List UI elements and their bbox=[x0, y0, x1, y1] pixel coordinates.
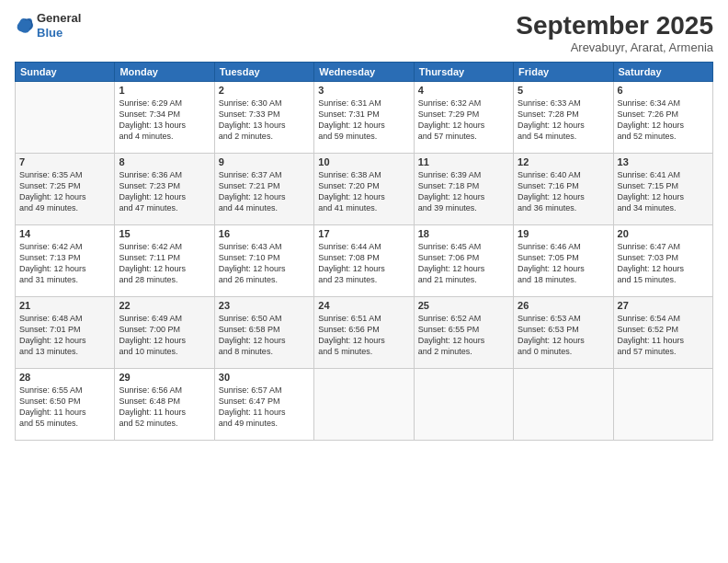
table-row: 8Sunrise: 6:36 AM Sunset: 7:23 PM Daylig… bbox=[115, 154, 214, 225]
table-row: 27Sunrise: 6:54 AM Sunset: 6:52 PM Dayli… bbox=[613, 297, 712, 369]
calendar-table: Sunday Monday Tuesday Wednesday Thursday… bbox=[15, 62, 713, 441]
day-info: Sunrise: 6:30 AM Sunset: 7:33 PM Dayligh… bbox=[219, 98, 310, 143]
day-info: Sunrise: 6:56 AM Sunset: 6:48 PM Dayligh… bbox=[119, 385, 210, 430]
table-row: 17Sunrise: 6:44 AM Sunset: 7:08 PM Dayli… bbox=[314, 225, 414, 297]
month-title: September 2025 bbox=[516, 11, 713, 40]
table-row bbox=[613, 369, 712, 441]
table-row: 10Sunrise: 6:38 AM Sunset: 7:20 PM Dayli… bbox=[314, 154, 414, 225]
day-info: Sunrise: 6:34 AM Sunset: 7:26 PM Dayligh… bbox=[618, 98, 709, 143]
table-row: 11Sunrise: 6:39 AM Sunset: 7:18 PM Dayli… bbox=[414, 154, 513, 225]
day-number: 19 bbox=[518, 228, 609, 239]
calendar-week-row: 28Sunrise: 6:55 AM Sunset: 6:50 PM Dayli… bbox=[16, 369, 713, 441]
day-info: Sunrise: 6:45 AM Sunset: 7:06 PM Dayligh… bbox=[418, 241, 509, 286]
header: General Blue September 2025 Arevabuyr, A… bbox=[15, 11, 713, 54]
day-info: Sunrise: 6:33 AM Sunset: 7:28 PM Dayligh… bbox=[518, 98, 609, 143]
day-number: 24 bbox=[318, 300, 409, 311]
day-number: 15 bbox=[119, 228, 210, 239]
table-row: 24Sunrise: 6:51 AM Sunset: 6:56 PM Dayli… bbox=[314, 297, 414, 369]
day-number: 22 bbox=[119, 300, 210, 311]
col-tuesday: Tuesday bbox=[214, 63, 313, 82]
table-row: 22Sunrise: 6:49 AM Sunset: 7:00 PM Dayli… bbox=[115, 297, 214, 369]
table-row: 9Sunrise: 6:37 AM Sunset: 7:21 PM Daylig… bbox=[214, 154, 313, 225]
day-info: Sunrise: 6:49 AM Sunset: 7:00 PM Dayligh… bbox=[119, 313, 210, 358]
day-info: Sunrise: 6:32 AM Sunset: 7:29 PM Dayligh… bbox=[418, 98, 509, 143]
day-number: 27 bbox=[618, 300, 709, 311]
day-info: Sunrise: 6:53 AM Sunset: 6:53 PM Dayligh… bbox=[518, 313, 609, 358]
table-row: 16Sunrise: 6:43 AM Sunset: 7:10 PM Dayli… bbox=[214, 225, 313, 297]
title-block: September 2025 Arevabuyr, Ararat, Armeni… bbox=[516, 11, 713, 54]
table-row bbox=[414, 369, 513, 441]
col-friday: Friday bbox=[514, 63, 613, 82]
day-number: 23 bbox=[219, 300, 310, 311]
day-info: Sunrise: 6:43 AM Sunset: 7:10 PM Dayligh… bbox=[219, 241, 310, 286]
logo-text: General Blue bbox=[37, 11, 81, 40]
calendar-week-row: 7Sunrise: 6:35 AM Sunset: 7:25 PM Daylig… bbox=[16, 154, 713, 225]
day-number: 29 bbox=[119, 372, 210, 383]
day-number: 16 bbox=[219, 228, 310, 239]
day-info: Sunrise: 6:37 AM Sunset: 7:21 PM Dayligh… bbox=[219, 169, 310, 214]
day-info: Sunrise: 6:35 AM Sunset: 7:25 PM Dayligh… bbox=[19, 169, 110, 214]
day-number: 17 bbox=[318, 228, 409, 239]
day-number: 25 bbox=[418, 300, 509, 311]
day-number: 14 bbox=[19, 228, 110, 239]
table-row: 7Sunrise: 6:35 AM Sunset: 7:25 PM Daylig… bbox=[16, 154, 115, 225]
col-thursday: Thursday bbox=[414, 63, 513, 82]
table-row: 2Sunrise: 6:30 AM Sunset: 7:33 PM Daylig… bbox=[214, 82, 313, 154]
day-info: Sunrise: 6:31 AM Sunset: 7:31 PM Dayligh… bbox=[318, 98, 409, 143]
day-info: Sunrise: 6:39 AM Sunset: 7:18 PM Dayligh… bbox=[418, 169, 509, 214]
col-sunday: Sunday bbox=[16, 63, 115, 82]
table-row: 15Sunrise: 6:42 AM Sunset: 7:11 PM Dayli… bbox=[115, 225, 214, 297]
table-row: 20Sunrise: 6:47 AM Sunset: 7:03 PM Dayli… bbox=[613, 225, 712, 297]
day-info: Sunrise: 6:51 AM Sunset: 6:56 PM Dayligh… bbox=[318, 313, 409, 358]
day-number: 11 bbox=[418, 156, 509, 167]
table-row: 14Sunrise: 6:42 AM Sunset: 7:13 PM Dayli… bbox=[16, 225, 115, 297]
day-number: 3 bbox=[318, 85, 409, 96]
table-row: 12Sunrise: 6:40 AM Sunset: 7:16 PM Dayli… bbox=[514, 154, 613, 225]
table-row: 13Sunrise: 6:41 AM Sunset: 7:15 PM Dayli… bbox=[613, 154, 712, 225]
day-info: Sunrise: 6:42 AM Sunset: 7:11 PM Dayligh… bbox=[119, 241, 210, 286]
day-number: 6 bbox=[618, 85, 709, 96]
day-info: Sunrise: 6:52 AM Sunset: 6:55 PM Dayligh… bbox=[418, 313, 509, 358]
day-info: Sunrise: 6:50 AM Sunset: 6:58 PM Dayligh… bbox=[219, 313, 310, 358]
day-number: 28 bbox=[19, 372, 110, 383]
day-info: Sunrise: 6:54 AM Sunset: 6:52 PM Dayligh… bbox=[618, 313, 709, 358]
table-row: 23Sunrise: 6:50 AM Sunset: 6:58 PM Dayli… bbox=[214, 297, 313, 369]
table-row bbox=[314, 369, 414, 441]
day-number: 12 bbox=[518, 156, 609, 167]
day-info: Sunrise: 6:38 AM Sunset: 7:20 PM Dayligh… bbox=[318, 169, 409, 214]
day-number: 7 bbox=[19, 156, 110, 167]
day-number: 13 bbox=[618, 156, 709, 167]
day-number: 30 bbox=[219, 372, 310, 383]
calendar-page: General Blue September 2025 Arevabuyr, A… bbox=[0, 0, 728, 563]
table-row: 28Sunrise: 6:55 AM Sunset: 6:50 PM Dayli… bbox=[16, 369, 115, 441]
table-row bbox=[514, 369, 613, 441]
day-info: Sunrise: 6:44 AM Sunset: 7:08 PM Dayligh… bbox=[318, 241, 409, 286]
day-info: Sunrise: 6:40 AM Sunset: 7:16 PM Dayligh… bbox=[518, 169, 609, 214]
table-row: 3Sunrise: 6:31 AM Sunset: 7:31 PM Daylig… bbox=[314, 82, 414, 154]
calendar-week-row: 14Sunrise: 6:42 AM Sunset: 7:13 PM Dayli… bbox=[16, 225, 713, 297]
day-info: Sunrise: 6:41 AM Sunset: 7:15 PM Dayligh… bbox=[618, 169, 709, 214]
table-row: 5Sunrise: 6:33 AM Sunset: 7:28 PM Daylig… bbox=[514, 82, 613, 154]
logo: General Blue bbox=[15, 11, 81, 40]
day-info: Sunrise: 6:29 AM Sunset: 7:34 PM Dayligh… bbox=[119, 98, 210, 143]
table-row bbox=[16, 82, 115, 154]
day-number: 20 bbox=[618, 228, 709, 239]
day-number: 1 bbox=[119, 85, 210, 96]
location-subtitle: Arevabuyr, Ararat, Armenia bbox=[516, 40, 713, 54]
day-info: Sunrise: 6:57 AM Sunset: 6:47 PM Dayligh… bbox=[219, 385, 310, 430]
calendar-header-row: Sunday Monday Tuesday Wednesday Thursday… bbox=[16, 63, 713, 82]
table-row: 29Sunrise: 6:56 AM Sunset: 6:48 PM Dayli… bbox=[115, 369, 214, 441]
table-row: 6Sunrise: 6:34 AM Sunset: 7:26 PM Daylig… bbox=[613, 82, 712, 154]
calendar-week-row: 21Sunrise: 6:48 AM Sunset: 7:01 PM Dayli… bbox=[16, 297, 713, 369]
day-number: 9 bbox=[219, 156, 310, 167]
day-number: 18 bbox=[418, 228, 509, 239]
logo-icon bbox=[15, 16, 35, 36]
day-info: Sunrise: 6:55 AM Sunset: 6:50 PM Dayligh… bbox=[19, 385, 110, 430]
calendar-week-row: 1Sunrise: 6:29 AM Sunset: 7:34 PM Daylig… bbox=[16, 82, 713, 154]
day-info: Sunrise: 6:42 AM Sunset: 7:13 PM Dayligh… bbox=[19, 241, 110, 286]
table-row: 30Sunrise: 6:57 AM Sunset: 6:47 PM Dayli… bbox=[214, 369, 313, 441]
table-row: 19Sunrise: 6:46 AM Sunset: 7:05 PM Dayli… bbox=[514, 225, 613, 297]
table-row: 1Sunrise: 6:29 AM Sunset: 7:34 PM Daylig… bbox=[115, 82, 214, 154]
day-number: 4 bbox=[418, 85, 509, 96]
table-row: 4Sunrise: 6:32 AM Sunset: 7:29 PM Daylig… bbox=[414, 82, 513, 154]
